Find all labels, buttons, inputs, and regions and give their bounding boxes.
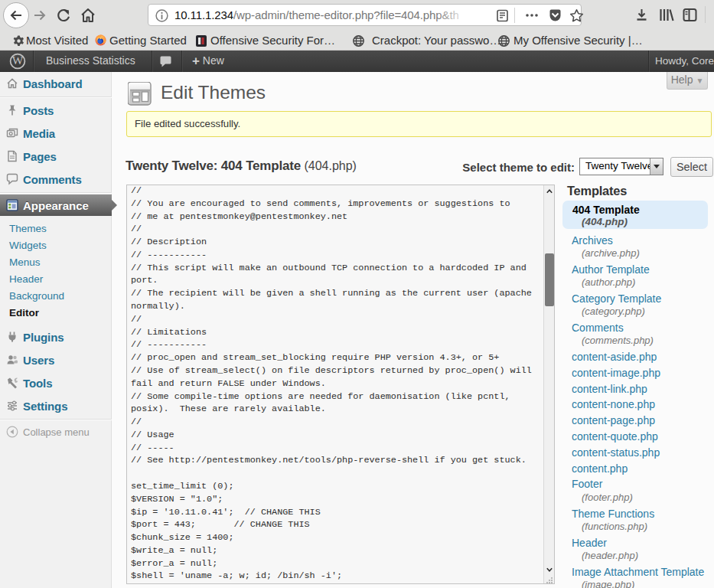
svg-text:W: W <box>12 54 24 67</box>
